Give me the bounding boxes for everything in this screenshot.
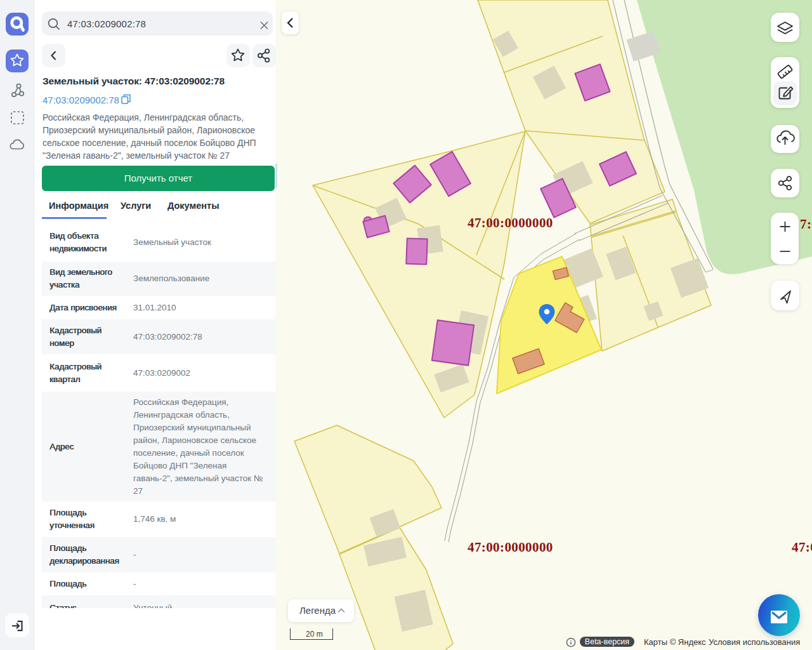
svg-text:47:00:0000000: 47:00:0000000: [468, 540, 553, 555]
svg-text:47:0: 47:0: [792, 540, 812, 555]
svg-text:47:00:0000000: 47:00:0000000: [468, 215, 553, 230]
